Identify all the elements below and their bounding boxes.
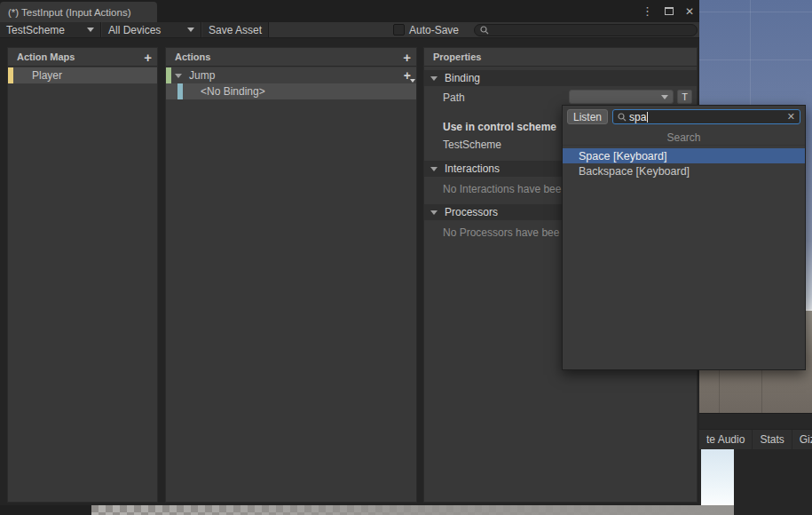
add-binding-button[interactable]: + [404,68,411,83]
use-in-control-scheme-label: Use in control scheme [443,121,556,133]
actions-panel: Actions + Jump + <No Binding> [165,47,417,503]
toolbar-search-input[interactable] [474,24,698,36]
picker-result-space[interactable]: Space [Keyboard] [563,148,805,163]
picker-topbar: Listen spa ✕ [563,106,805,128]
add-binding-caret-icon [410,79,415,83]
close-icon[interactable]: ✕ [685,5,694,18]
action-map-row-player[interactable]: Player [8,67,157,83]
processors-section-label: Processors [445,206,498,218]
action-map-label: Player [32,69,62,82]
save-asset-button[interactable]: Save Asset [202,22,269,37]
binding-color-stripe [177,83,183,99]
game-view-toolbar: te Audio Stats Gizm [699,429,812,449]
interactions-empty-text: No Interactions have bee [443,183,561,195]
actions-title: Actions [175,52,403,62]
actions-header: Actions + [166,48,416,67]
save-asset-label: Save Asset [209,24,262,36]
window-toolbar: TestScheme All Devices Save Asset Auto-S… [0,22,699,38]
devices-dropdown-label: All Devices [108,24,161,36]
properties-title: Properties [433,52,691,62]
action-maps-panel: Action Maps + Player [7,47,158,503]
chevron-down-icon [87,28,94,32]
auto-save-label: Auto-Save [409,22,459,37]
stats-button[interactable]: Stats [753,430,792,449]
picker-search-value: spa [629,111,646,123]
window-controls: ⋮ ✕ [642,0,694,22]
game-view-sky [701,449,734,505]
action-row-jump[interactable]: Jump + [166,67,416,83]
text-input-toggle-button[interactable]: T [677,90,692,104]
auto-save-text: Auto-Save [409,24,459,36]
binding-path-picker-popup: Listen spa ✕ Search Space [Keyboard] Bac… [562,105,806,370]
text-input-toggle-label: T [682,91,688,102]
window-tab[interactable]: (*) TestInput (Input Actions) [0,2,157,22]
binding-row-no-binding[interactable]: <No Binding> [166,83,416,99]
clear-search-icon[interactable]: ✕ [787,111,795,123]
picker-result-backspace[interactable]: Backspace [Keyboard] [563,163,805,178]
control-scheme-dropdown[interactable]: TestScheme [0,22,101,37]
devices-dropdown[interactable]: All Devices [102,22,201,37]
action-map-color-stripe [8,67,13,83]
listen-button[interactable]: Listen [567,109,608,124]
add-action-map-button[interactable]: + [144,51,152,64]
foldout-arrow-icon[interactable] [175,74,182,78]
chevron-down-icon [661,95,668,99]
path-dropdown[interactable] [569,90,674,104]
window-tab-title: (*) TestInput (Input Actions) [8,7,131,18]
gizmos-label: Gizm [800,433,812,446]
picker-result-label: Space [Keyboard] [579,150,666,162]
listen-label: Listen [573,111,602,123]
mute-audio-button[interactable]: te Audio [699,430,753,449]
auto-save-checkbox[interactable] [393,24,405,36]
foldout-arrow-icon [430,210,438,215]
action-maps-title: Action Maps [17,52,144,62]
stats-label: Stats [760,433,784,446]
control-scheme-value: TestScheme [443,139,501,151]
gizmos-button[interactable]: Gizm [792,430,812,449]
path-label: Path [443,91,465,104]
scene-bottom-strip [0,505,812,515]
search-icon [480,26,489,35]
chevron-down-icon [187,28,194,32]
editor-dark-strip [699,413,812,429]
mute-audio-label: te Audio [706,433,745,446]
maximize-icon[interactable] [665,7,674,15]
binding-section-label: Binding [445,72,480,84]
interactions-section-label: Interactions [445,162,500,175]
screen: te Audio Stats Gizm (*) TestInput (Input… [0,0,812,515]
binding-section-header[interactable]: Binding [424,70,697,86]
scene-bottom-dark [734,505,812,515]
text-cursor [647,112,648,123]
scene-ground-checker [91,505,734,515]
control-scheme-dropdown-label: TestScheme [6,24,65,36]
action-label: Jump [189,69,215,82]
add-action-button[interactable]: + [403,51,411,64]
search-icon [618,113,627,122]
properties-header: Properties [424,48,697,67]
binding-label: <No Binding> [201,85,265,98]
action-maps-header: Action Maps + [8,48,157,67]
scene-grid-line [699,59,812,60]
menu-kebab-icon[interactable]: ⋮ [642,4,653,18]
action-color-stripe [166,67,171,83]
picker-group-label: Search [563,130,805,146]
picker-result-label: Backspace [Keyboard] [579,165,690,178]
foldout-arrow-icon [430,76,438,81]
picker-search-input[interactable]: spa ✕ [612,109,800,124]
processors-empty-text: No Processors have bee [443,226,559,239]
window-titlebar[interactable]: (*) TestInput (Input Actions) ⋮ ✕ [0,0,699,22]
scene-grid-line [699,12,812,12]
foldout-arrow-icon [430,167,438,171]
